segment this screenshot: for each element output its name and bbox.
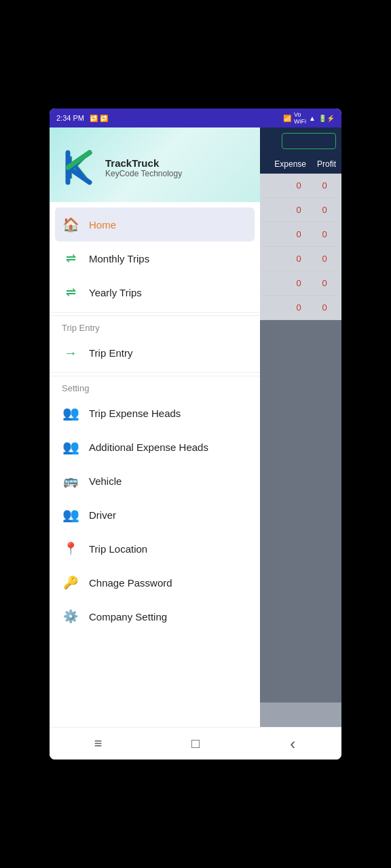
vehicle-icon: 🚌	[62, 472, 79, 490]
yearly-trips-label: Yearly Trips	[89, 287, 142, 298]
sim-icons: 🔁 🔁	[90, 115, 108, 122]
status-icons: 📶 VoWiFi ▲ 🔋⚡	[283, 111, 335, 125]
wifi-icon: VoWiFi	[294, 111, 306, 125]
drawer-header: K K TrackTruck KeyCode Technology	[50, 127, 260, 202]
change-password-icon: 🔑	[62, 574, 79, 591]
home-nav-icon: □	[191, 736, 200, 751]
table-row: 0 0	[263, 296, 339, 320]
menu-button[interactable]: ≡	[78, 730, 119, 757]
wifi-signal-icon: ▲	[309, 115, 316, 122]
trip-entry-label: Trip Entry	[89, 347, 132, 359]
nav-item-driver[interactable]: 👥 Driver	[50, 498, 260, 532]
nav-item-additional-expense-heads[interactable]: 👥 Additional Expense Heads	[50, 430, 260, 464]
vehicle-label: Vehicle	[89, 475, 122, 487]
nav-item-trip-location[interactable]: 📍 Trip Location	[50, 532, 260, 566]
home-label: Home	[89, 219, 116, 231]
signal-icon: 📶	[283, 115, 291, 122]
yearly-trips-icon: ⇌	[62, 283, 79, 301]
nav-item-trip-expense-heads[interactable]: 👥 Trip Expense Heads	[50, 396, 260, 430]
divider-1	[50, 312, 260, 313]
table-row: 0 0	[263, 222, 339, 247]
nav-item-monthly-trips[interactable]: ⇌ Monthly Trips	[50, 241, 260, 275]
time-display: 2:34 PM	[56, 114, 84, 122]
nav-item-vehicle[interactable]: 🚌 Vehicle	[50, 464, 260, 498]
back-icon: ‹	[290, 734, 295, 753]
nav-item-change-password[interactable]: 🔑 Chnage Password	[50, 566, 260, 599]
driver-label: Driver	[89, 509, 116, 521]
setting-section-label: Setting	[50, 376, 260, 396]
change-password-label: Chnage Password	[89, 577, 172, 589]
nav-item-trip-entry[interactable]: → Trip Entry	[50, 336, 260, 370]
back-button[interactable]: ‹	[272, 730, 313, 757]
profit-header: Profit	[317, 159, 336, 169]
trip-location-label: Trip Location	[89, 543, 147, 555]
trip-location-icon: 📍	[62, 540, 79, 557]
home-icon: 🏠	[62, 216, 79, 233]
monthly-trips-icon: ⇌	[62, 250, 79, 267]
company-setting-label: Company Setting	[89, 611, 167, 623]
home-button[interactable]: □	[175, 730, 216, 757]
table-row: 0 0	[263, 247, 339, 271]
status-bar: 2:34 PM 🔁 🔁 📶 VoWiFi ▲ 🔋⚡	[50, 108, 341, 127]
divider-2	[50, 372, 260, 373]
additional-expense-heads-label: Additional Expense Heads	[89, 441, 208, 453]
trip-entry-section-label: Trip Entry	[50, 315, 260, 336]
expense-header: Expense	[274, 159, 306, 169]
app-logo: K K	[63, 151, 97, 184]
nav-item-company-setting[interactable]: ⚙️ Company Setting	[50, 599, 260, 633]
driver-icon: 👥	[62, 506, 79, 524]
trip-entry-icon: →	[62, 344, 79, 361]
battery-icon: 🔋⚡	[318, 115, 335, 122]
nav-item-home[interactable]: 🏠 Home	[55, 208, 255, 241]
data-rows: 0 0 0 0 0 0 0 0 0 0	[260, 174, 341, 320]
navigation-drawer: K K TrackTruck KeyCode Technology	[50, 127, 260, 727]
nav-item-yearly-trips[interactable]: ⇌ Yearly Trips	[50, 275, 260, 309]
additional-expense-heads-icon: 👥	[62, 438, 79, 456]
trip-expense-heads-icon: 👥	[62, 404, 79, 422]
monthly-trips-label: Monthly Trips	[89, 253, 149, 264]
nav-list: 🏠 Home ⇌ Monthly Trips ⇌ Yearly Trips Tr…	[50, 202, 260, 639]
table-row: 0 0	[263, 174, 339, 198]
bottom-navigation: ≡ □ ‹	[50, 727, 341, 760]
app-name: TrackTruck	[105, 157, 182, 169]
status-time: 2:34 PM 🔁 🔁	[56, 114, 108, 122]
app-subtitle: KeyCode Technology	[105, 169, 182, 178]
menu-icon: ≡	[94, 736, 103, 751]
trip-expense-heads-label: Trip Expense Heads	[89, 408, 181, 419]
table-row: 0 0	[263, 198, 339, 222]
company-setting-icon: ⚙️	[62, 608, 79, 625]
table-row: 0 0	[263, 271, 339, 296]
